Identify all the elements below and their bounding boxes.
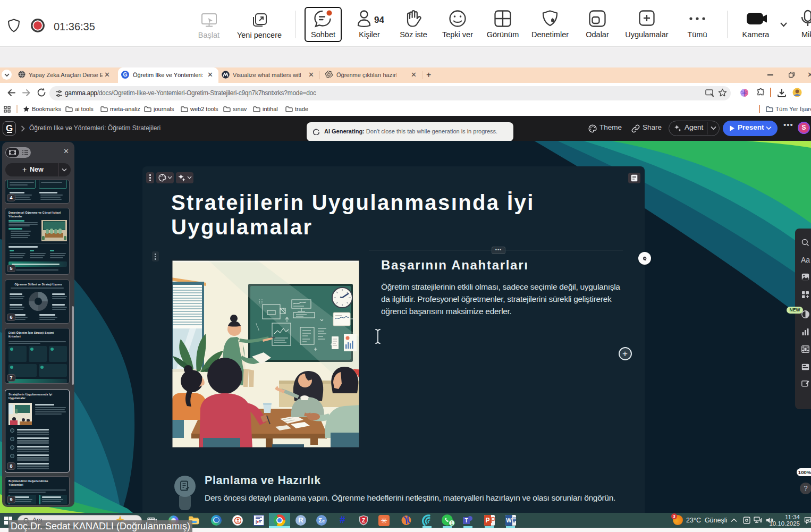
svg-text:94: 94	[374, 15, 384, 25]
svg-text:Z: Z	[362, 518, 365, 523]
